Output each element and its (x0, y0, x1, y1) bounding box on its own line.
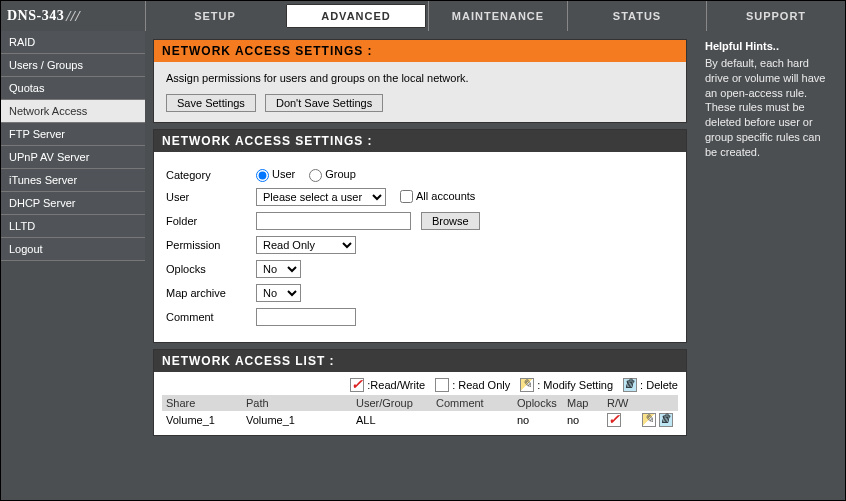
table-header-row: Share Path User/Group Comment Oplocks Ma… (162, 395, 678, 411)
save-settings-button[interactable]: Save Settings (166, 94, 256, 112)
sidebar-item-users-groups[interactable]: Users / Groups (1, 54, 145, 77)
settings-panel-title: NETWORK ACCESS SETTINGS : (154, 40, 686, 62)
browse-button[interactable]: Browse (421, 212, 480, 230)
tab-status[interactable]: STATUS (567, 1, 706, 31)
folder-input[interactable] (256, 212, 411, 230)
label-permission: Permission (166, 239, 256, 251)
tab-advanced[interactable]: ADVANCED (286, 4, 426, 28)
legend-delete: : Delete (623, 378, 678, 392)
cell-usergroup: ALL (352, 411, 432, 429)
pencil-icon (520, 378, 534, 392)
delete-button[interactable] (659, 413, 673, 427)
brand-slashes: /// (66, 8, 80, 25)
list-panel-title: NETWORK ACCESS LIST : (154, 350, 686, 372)
row-category: Category User Group (166, 168, 674, 182)
radio-group[interactable] (309, 169, 322, 182)
row-oplocks: Oplocks No (166, 260, 674, 278)
radio-user-wrap[interactable]: User (256, 168, 295, 182)
cell-path: Volume_1 (242, 411, 352, 429)
brand-model: DNS-343 (7, 8, 64, 24)
radio-group-label: Group (325, 168, 356, 180)
trash-icon (623, 378, 637, 392)
row-comment: Comment (166, 308, 674, 326)
sidebar-item-itunes-server[interactable]: iTunes Server (1, 169, 145, 192)
sidebar: RAID Users / Groups Quotas Network Acces… (1, 31, 145, 500)
cell-comment (432, 411, 513, 429)
all-accounts-label: All accounts (416, 190, 475, 202)
settings-description: Assign permissions for users and groups … (166, 72, 674, 84)
label-comment: Comment (166, 311, 256, 323)
top-tabs: SETUP ADVANCED MAINTENANCE STATUS SUPPOR… (145, 1, 845, 31)
radio-user-label: User (272, 168, 295, 180)
maparchive-select[interactable]: No (256, 284, 301, 302)
list-panel-body: :Read/Write : Read Only : Modify Setting… (154, 372, 686, 435)
cell-rw (603, 411, 638, 429)
label-user: User (166, 191, 256, 203)
table-row: Volume_1 Volume_1 ALL no no (162, 411, 678, 429)
settings-panel: NETWORK ACCESS SETTINGS : Assign permiss… (153, 39, 687, 123)
cell-share: Volume_1 (162, 411, 242, 429)
body-row: RAID Users / Groups Quotas Network Acces… (1, 31, 845, 500)
oplocks-select[interactable]: No (256, 260, 301, 278)
dont-save-settings-button[interactable]: Don't Save Settings (265, 94, 383, 112)
form-panel-title: NETWORK ACCESS SETTINGS : (154, 130, 686, 152)
legend-row: :Read/Write : Read Only : Modify Setting… (162, 378, 678, 392)
form-panel-body: Category User Group User Please select a… (154, 152, 686, 342)
th-path: Path (242, 395, 352, 411)
rw-check-icon (607, 413, 621, 427)
radio-group-wrap[interactable]: Group (309, 168, 356, 182)
th-map: Map (563, 395, 603, 411)
list-panel: NETWORK ACCESS LIST : :Read/Write : Read… (153, 349, 687, 436)
app-frame: DNS-343 /// SETUP ADVANCED MAINTENANCE S… (0, 0, 846, 501)
row-folder: Folder Browse (166, 212, 674, 230)
sidebar-item-raid[interactable]: RAID (1, 31, 145, 54)
all-accounts-checkbox[interactable] (400, 190, 413, 203)
th-comment: Comment (432, 395, 513, 411)
sidebar-item-dhcp-server[interactable]: DHCP Server (1, 192, 145, 215)
hints-title: Helpful Hints.. (705, 39, 835, 54)
legend-modify: : Modify Setting (520, 378, 613, 392)
tab-maintenance[interactable]: MAINTENANCE (428, 1, 567, 31)
modify-button[interactable] (642, 413, 656, 427)
all-accounts-wrap[interactable]: All accounts (400, 190, 475, 204)
legend-rw: :Read/Write (350, 378, 425, 392)
check-icon (350, 378, 364, 392)
th-usergroup: User/Group (352, 395, 432, 411)
radio-user[interactable] (256, 169, 269, 182)
row-permission: Permission Read Only (166, 236, 674, 254)
cell-actions (638, 411, 678, 429)
label-folder: Folder (166, 215, 256, 227)
sidebar-item-lltd[interactable]: LLTD (1, 215, 145, 238)
row-maparchive: Map archive No (166, 284, 674, 302)
sidebar-item-network-access[interactable]: Network Access (1, 100, 145, 123)
cell-map: no (563, 411, 603, 429)
box-icon (435, 378, 449, 392)
label-oplocks: Oplocks (166, 263, 256, 275)
hints-body: By default, each hard drive or volume wi… (705, 56, 835, 160)
main-area: NETWORK ACCESS SETTINGS : Assign permiss… (145, 31, 695, 500)
row-user: User Please select a user All accounts (166, 188, 674, 206)
sidebar-item-logout[interactable]: Logout (1, 238, 145, 261)
legend-ro: : Read Only (435, 378, 510, 392)
label-maparchive: Map archive (166, 287, 256, 299)
access-list-table: Share Path User/Group Comment Oplocks Ma… (162, 395, 678, 429)
brand-cell: DNS-343 /// (1, 1, 145, 31)
th-oplocks: Oplocks (513, 395, 563, 411)
sidebar-item-quotas[interactable]: Quotas (1, 77, 145, 100)
sidebar-item-ftp-server[interactable]: FTP Server (1, 123, 145, 146)
settings-panel-body: Assign permissions for users and groups … (154, 62, 686, 122)
top-bar: DNS-343 /// SETUP ADVANCED MAINTENANCE S… (1, 1, 845, 31)
hints-column: Helpful Hints.. By default, each hard dr… (695, 31, 845, 500)
th-share: Share (162, 395, 242, 411)
comment-input[interactable] (256, 308, 356, 326)
form-panel: NETWORK ACCESS SETTINGS : Category User … (153, 129, 687, 343)
label-category: Category (166, 169, 256, 181)
th-actions (638, 395, 678, 411)
tab-setup[interactable]: SETUP (145, 1, 284, 31)
th-rw: R/W (603, 395, 638, 411)
sidebar-item-upnp-av-server[interactable]: UPnP AV Server (1, 146, 145, 169)
user-select[interactable]: Please select a user (256, 188, 386, 206)
permission-select[interactable]: Read Only (256, 236, 356, 254)
cell-oplocks: no (513, 411, 563, 429)
tab-support[interactable]: SUPPORT (706, 1, 845, 31)
